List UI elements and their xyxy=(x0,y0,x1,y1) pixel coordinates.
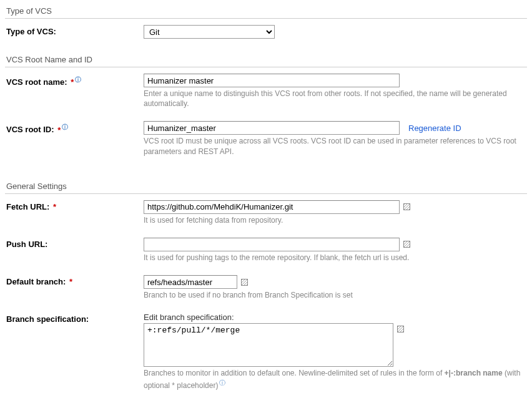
label-vcs-root-id: VCS root ID: *ⓘ xyxy=(6,121,144,134)
input-vcs-root-id[interactable] xyxy=(144,121,400,135)
label-default-branch: Default branch: * xyxy=(6,275,144,286)
required-marker: * xyxy=(56,125,61,135)
sublabel-branch-specification: Edit branch specification: xyxy=(144,313,527,322)
help-default-branch: Branch to be used if no branch from Bran… xyxy=(144,290,527,300)
help-vcs-root-id: VCS root ID must be unique across all VC… xyxy=(144,136,527,156)
param-ref-icon[interactable] xyxy=(403,203,410,210)
help-branch-specification: Branches to monitor in addition to defau… xyxy=(144,368,527,390)
input-fetch-url[interactable] xyxy=(144,200,400,214)
required-marker: * xyxy=(67,277,72,286)
link-regenerate-id[interactable]: Regenerate ID xyxy=(408,124,461,133)
label-push-url: Push URL: xyxy=(6,238,144,249)
section-header-type-of-vcs: Type of VCS xyxy=(5,2,527,19)
help-push-url: It is used for pushing tags to the remot… xyxy=(144,253,527,263)
select-type-of-vcs[interactable]: Git xyxy=(144,25,275,39)
input-push-url[interactable] xyxy=(144,238,400,251)
help-icon[interactable]: ⓘ xyxy=(62,124,68,130)
param-ref-icon[interactable] xyxy=(397,326,404,332)
section-header-general: General Settings xyxy=(5,178,527,194)
label-type-of-vcs: Type of VCS: xyxy=(6,25,144,36)
help-icon[interactable]: ⓘ xyxy=(219,379,225,386)
help-vcs-root-name: Enter a unique name to distinguish this … xyxy=(144,89,527,109)
param-ref-icon[interactable] xyxy=(241,279,248,286)
required-marker: * xyxy=(69,77,74,87)
input-vcs-root-name[interactable] xyxy=(144,74,400,87)
required-marker: * xyxy=(51,202,56,211)
label-vcs-root-name: VCS root name: *ⓘ xyxy=(6,74,144,87)
label-fetch-url: Fetch URL: * xyxy=(6,200,144,211)
input-default-branch[interactable] xyxy=(144,275,237,289)
help-icon[interactable]: ⓘ xyxy=(75,76,81,83)
label-branch-specification: Branch specification: xyxy=(6,313,144,324)
param-ref-icon[interactable] xyxy=(403,241,410,248)
help-fetch-url: It is used for fetching data from reposi… xyxy=(144,215,527,225)
textarea-branch-specification[interactable] xyxy=(144,323,393,367)
section-header-name-and-id: VCS Root Name and ID xyxy=(5,51,527,67)
